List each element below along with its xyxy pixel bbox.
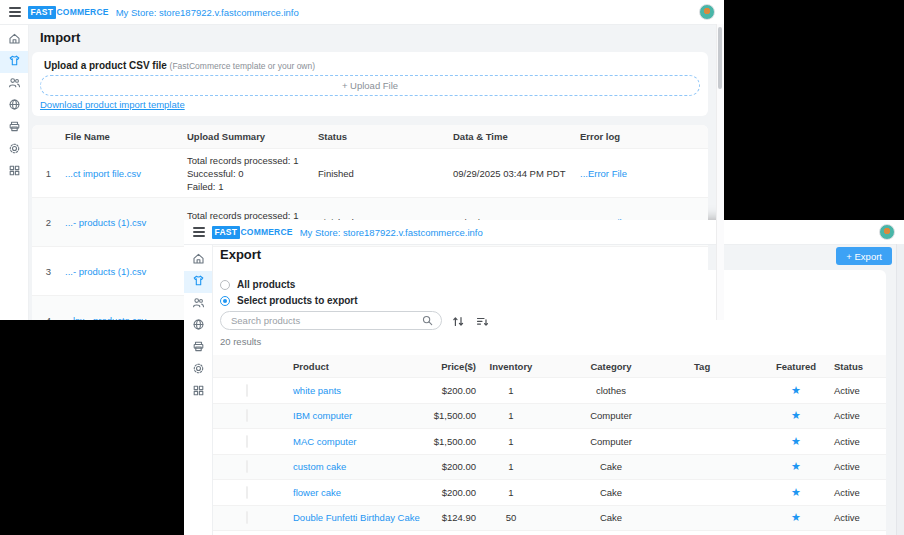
filter-sort-icon[interactable]	[476, 314, 489, 332]
tshirt-icon	[192, 273, 205, 291]
featured-star-icon[interactable]: ★	[766, 460, 826, 473]
sidebar-item-settings[interactable]	[184, 359, 212, 381]
scrollbar-track[interactable]	[896, 244, 904, 535]
sidebar-item-customers[interactable]	[0, 73, 28, 95]
radio-select-label: Select products to export	[237, 295, 358, 306]
users-icon	[8, 75, 21, 93]
col-price: Price($)	[431, 361, 486, 372]
printer-icon	[8, 119, 21, 137]
fastcommerce-logo[interactable]: FAST COMMERCE	[28, 6, 109, 19]
sort-icon[interactable]	[452, 314, 465, 332]
sidebar-item-home[interactable]	[0, 29, 28, 51]
sidebar-item-products[interactable]	[0, 51, 28, 73]
featured-star-icon[interactable]: ★	[766, 384, 826, 397]
export-button[interactable]: + Export	[836, 247, 892, 265]
product-link[interactable]: Double Funfetti Birthday Cake	[281, 512, 431, 523]
sidebar-item-orders[interactable]	[184, 337, 212, 359]
globe-icon	[8, 97, 21, 115]
file-name-link[interactable]: ...- products (1).csv	[65, 266, 187, 277]
download-template-link[interactable]: Download product import template	[40, 99, 185, 110]
file-name-link[interactable]: ...lsx - products.csv	[65, 315, 187, 321]
category-value: Computer	[536, 410, 686, 421]
product-thumbnail	[246, 511, 248, 524]
featured-star-icon[interactable]: ★	[766, 511, 826, 524]
product-thumbnail	[246, 460, 248, 473]
sidebar-item-customers[interactable]	[184, 293, 212, 315]
export-topbar: FAST COMMERCE My Store: store187922.v.fa…	[184, 220, 904, 245]
product-link[interactable]: custom cake	[281, 461, 431, 472]
featured-star-icon[interactable]: ★	[766, 435, 826, 448]
radio-unselected-icon[interactable]	[220, 280, 230, 290]
product-link[interactable]: MAC computer	[281, 436, 431, 447]
sidebar-item-website[interactable]	[184, 315, 212, 337]
page-title-import: Import	[40, 30, 80, 45]
radio-selected-icon[interactable]	[220, 296, 230, 306]
featured-star-icon[interactable]: ★	[766, 409, 826, 422]
product-thumbnail	[246, 486, 248, 499]
file-name-link[interactable]: ...- products (1).csv	[65, 217, 187, 228]
price-value: $200.00	[431, 487, 486, 498]
product-row: Double Funfetti Birthday Cake $124.90 50…	[206, 506, 886, 532]
col-product: Product	[281, 361, 431, 372]
col-tag: Tag	[686, 361, 766, 372]
gear-icon	[8, 141, 21, 159]
status-value: Active	[826, 436, 886, 447]
status-value: Finished	[318, 168, 453, 179]
store-link[interactable]: My Store: store187922.v.fastcommerce.inf…	[116, 7, 299, 18]
export-table-header: Product Price($) Inventory Category Tag …	[206, 355, 886, 378]
user-avatar[interactable]	[699, 4, 715, 20]
col-upload-summary: Upload Summary	[187, 131, 318, 142]
sidebar-item-products[interactable]	[184, 271, 212, 293]
product-link[interactable]: IBM computer	[281, 410, 431, 421]
store-link[interactable]: My Store: store187922.v.fastcommerce.inf…	[300, 227, 483, 238]
user-avatar[interactable]	[879, 224, 895, 240]
row-number: 3	[32, 266, 65, 277]
import-sidebar	[0, 24, 29, 320]
row-number: 4	[32, 315, 65, 321]
col-status: Status	[318, 131, 453, 142]
sidebar-item-apps[interactable]	[0, 161, 28, 183]
col-data-time: Data & Time	[453, 131, 580, 142]
upload-summary: Total records processed: 1 Successful: 0…	[187, 154, 318, 193]
import-table-header: File Name Upload Summary Status Data & T…	[32, 125, 708, 149]
search-input[interactable]	[229, 314, 418, 327]
menu-icon[interactable]	[193, 227, 205, 237]
status-value: Active	[826, 385, 886, 396]
category-value: Cake	[536, 512, 686, 523]
product-link[interactable]: flower cake	[281, 487, 431, 498]
product-thumbnail	[246, 409, 248, 422]
export-table: Product Price($) Inventory Category Tag …	[206, 355, 886, 535]
tshirt-icon	[8, 53, 21, 71]
fastcommerce-logo[interactable]: FAST COMMERCE	[212, 226, 293, 239]
sidebar-item-home[interactable]	[184, 249, 212, 271]
product-row: iphone $800.00 0	[206, 531, 886, 535]
radio-all-products[interactable]: All products	[220, 279, 295, 290]
status-value: Active	[826, 512, 886, 523]
sidebar-item-settings[interactable]	[0, 139, 28, 161]
product-row: flower cake $200.00 1 Cake ★ Active	[206, 480, 886, 506]
error-file-link[interactable]: ...Error File	[580, 168, 708, 179]
printer-icon	[192, 339, 205, 357]
scrollbar-thumb[interactable]	[718, 27, 722, 89]
radio-select-products[interactable]: Select products to export	[220, 295, 358, 306]
upload-heading: Upload a product CSV file (FastCommerce …	[44, 60, 315, 71]
sidebar-item-apps[interactable]	[184, 381, 212, 403]
scrollbar-track[interactable]	[716, 24, 724, 320]
results-count: 20 results	[220, 336, 261, 347]
screen: FAST COMMERCE My Store: store187922.v.fa…	[0, 0, 904, 535]
product-link[interactable]: white pants	[281, 385, 431, 396]
search-box	[220, 311, 442, 330]
menu-icon[interactable]	[9, 7, 21, 17]
search-icon[interactable]	[422, 312, 433, 330]
sidebar-item-orders[interactable]	[0, 117, 28, 139]
inventory-value: 1	[486, 436, 536, 447]
upload-file-button[interactable]: + Upload File	[40, 75, 700, 96]
home-icon	[8, 31, 21, 49]
product-thumbnail	[246, 384, 248, 397]
sidebar-item-website[interactable]	[0, 95, 28, 117]
featured-star-icon[interactable]: ★	[766, 486, 826, 499]
logo-commerce: COMMERCE	[57, 7, 109, 17]
price-value: $200.00	[431, 385, 486, 396]
file-name-link[interactable]: ...ct import file.csv	[65, 168, 187, 179]
apps-grid-icon	[8, 163, 21, 181]
